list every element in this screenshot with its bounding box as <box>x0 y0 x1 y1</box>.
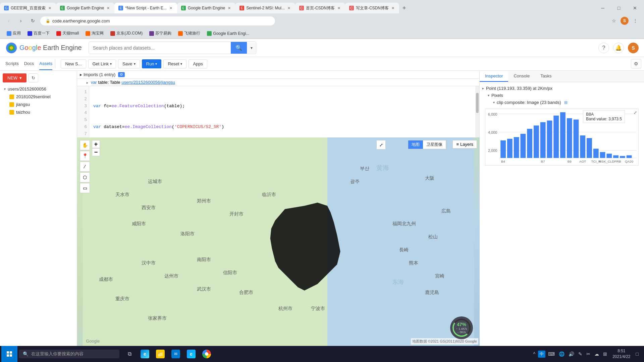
inspector-pixels-arrow[interactable]: ▾ <box>488 94 489 97</box>
notifications-button[interactable]: 🔔 <box>613 43 624 53</box>
network-download: ↓ 0K/s <box>457 330 466 334</box>
tree-item-jiangsu[interactable]: jiangsu <box>0 101 77 108</box>
bookmark-apps[interactable]: 应用 <box>4 30 23 37</box>
reset-button[interactable]: Reset ▾ <box>163 59 186 68</box>
taskbar-task-view[interactable]: ⧉ <box>122 347 137 361</box>
new-script-button[interactable]: New S... <box>61 59 86 68</box>
tab-csdn2[interactable]: C 写文章-CSDN博客 ✕ <box>345 3 399 13</box>
tray-notification-icon[interactable]: □ <box>635 350 640 358</box>
help-button[interactable]: ? <box>598 43 609 53</box>
back-button[interactable]: ‹ <box>4 16 13 25</box>
imports-toggle[interactable]: ▸ Imports (1 entry) ⚙ <box>80 72 125 77</box>
tab-inspector[interactable]: Inspector <box>480 71 508 82</box>
refresh-assets-button[interactable]: ↻ <box>29 73 38 82</box>
tab-close-new-script[interactable]: ✕ <box>169 6 173 10</box>
nav-assets[interactable]: Assets <box>39 58 52 70</box>
import-var-path-link[interactable]: users/20152600056/jiangsu <box>121 80 175 85</box>
start-button[interactable] <box>1 346 17 362</box>
layers-button[interactable]: ≡ Layers <box>452 140 477 148</box>
map-line-tool[interactable]: ∕ <box>80 162 90 172</box>
map-type-satellite[interactable]: 卫星图像 <box>423 140 446 149</box>
apps-button[interactable]: Apps <box>189 59 207 68</box>
tree-item-sentinel[interactable]: 20181029sentinel <box>0 93 77 101</box>
tray-cloud-icon[interactable]: ☁ <box>593 350 600 358</box>
taskbar-explorer[interactable]: 📁 <box>153 347 168 361</box>
bookmark-baidu[interactable]: 百度一下 <box>25 30 52 37</box>
tray-grid-icon[interactable]: ⊞ <box>602 350 608 358</box>
nav-scripts[interactable]: Scripts <box>5 58 19 70</box>
tab-close-csdn1[interactable]: ✕ <box>337 6 341 10</box>
inspector-clip-arrow[interactable]: ▾ <box>493 101 495 104</box>
bookmark-fliggy[interactable]: 飞猪旅行 <box>175 30 203 37</box>
url-bar[interactable]: 🔒 code.earthengine.google.com <box>40 16 275 25</box>
tray-edit-icon[interactable]: ✎ <box>577 350 584 358</box>
map-pin-tool[interactable]: 📍 <box>80 151 90 161</box>
save-button[interactable]: Save ▾ <box>118 59 140 68</box>
maximize-button[interactable]: □ <box>611 3 627 13</box>
tab-sentinel[interactable]: E Sentinel-2 MSI: Mul... ✕ <box>235 3 295 13</box>
tree-user-root[interactable]: ▾ users/20152600056 <box>0 85 77 93</box>
fullscreen-button[interactable]: ⤢ <box>376 140 386 149</box>
tab-console[interactable]: Console <box>508 71 535 82</box>
inspector-expand-icon[interactable]: ⊞ <box>564 100 568 105</box>
nav-docs[interactable]: Docs <box>24 58 34 70</box>
bookmark-suning[interactable]: 苏宁易购 <box>147 30 174 37</box>
taskbar-chrome[interactable] <box>199 347 214 361</box>
search-button[interactable]: 🔍 <box>231 42 247 54</box>
forward-button[interactable]: › <box>16 16 25 25</box>
tab-csdn1[interactable]: C 首页-CSDN博客 ✕ <box>295 3 345 13</box>
map-polygon-tool[interactable]: ⬡ <box>80 172 90 182</box>
bookmark-jd[interactable]: 京东(JD.COM) <box>108 30 145 37</box>
tray-clock[interactable]: 8:51 2021/4/22 <box>610 348 633 360</box>
imports-configure-btn[interactable]: ⚙ <box>118 72 125 77</box>
tab-close-gee-baidu[interactable]: ✕ <box>48 6 52 10</box>
tab-close-csdn2[interactable]: ✕ <box>391 6 395 10</box>
tray-ime-icon[interactable]: 中 <box>538 351 545 358</box>
tray-keyboard-icon[interactable]: ⌨ <box>547 350 556 358</box>
profile-icon-button[interactable]: S <box>620 16 629 25</box>
search-input[interactable] <box>89 43 231 53</box>
run-button[interactable]: Run ▾ <box>142 59 162 68</box>
tree-item-taizhou[interactable]: taizhou <box>0 108 77 116</box>
tab-tasks[interactable]: Tasks <box>535 71 557 82</box>
tray-network-icon[interactable]: 🌐 <box>557 350 566 358</box>
bookmark-star-button[interactable]: ☆ <box>609 16 619 25</box>
get-link-button[interactable]: Get Link ▾ <box>88 59 116 68</box>
close-button[interactable]: ✕ <box>627 3 643 13</box>
taskbar-outlook[interactable]: ✉ <box>168 347 183 361</box>
new-tab-button[interactable]: + <box>399 3 409 13</box>
map-rect-tool[interactable]: ▭ <box>80 183 90 193</box>
taskbar-edge[interactable]: e <box>138 347 152 361</box>
new-asset-button[interactable]: NEW ▾ <box>3 73 26 82</box>
reload-button[interactable]: ↻ <box>28 16 38 25</box>
tab-new-script[interactable]: E *New Script - Earth E... ✕ <box>114 3 177 13</box>
tab-gee-main[interactable]: E Google Earth Engine ✕ <box>56 3 114 13</box>
tab-close-sentinel[interactable]: ✕ <box>287 6 291 10</box>
tab-close-gee-main[interactable]: ✕ <box>106 6 110 10</box>
inspector-point-row: ▸ Point (119.193, 33.359) at 2Km/px <box>482 85 641 92</box>
zoom-in-button[interactable]: + <box>92 140 100 148</box>
tray-chevron-icon[interactable]: ^ <box>532 350 537 358</box>
bookmark-tmall[interactable]: 天猫tmall <box>54 30 82 37</box>
search-dropdown[interactable]: ▾ <box>247 43 256 53</box>
tab-gee2[interactable]: E Google Earth Engine ✕ <box>177 3 235 13</box>
browser-menu-button[interactable]: ⋮ <box>631 16 640 25</box>
toolbar-nav: Scripts Docs Assets <box>0 57 52 70</box>
tray-sound-icon[interactable]: 🔊 <box>567 350 576 358</box>
tab-gee-baidu[interactable]: G GEE官网_百度搜索 ✕ <box>0 3 56 13</box>
inspector-point-arrow[interactable]: ▸ <box>482 86 484 90</box>
taskbar-edge2[interactable]: e <box>184 347 199 361</box>
tab-close-gee2[interactable]: ✕ <box>227 6 231 10</box>
bookmark-gee[interactable]: Google Earth Engi... <box>204 31 252 37</box>
tray-cut-icon[interactable]: ✂ <box>585 350 592 358</box>
map-hand-tool[interactable]: ✋ <box>80 140 90 150</box>
user-avatar[interactable]: S <box>628 43 639 53</box>
settings-gear-button[interactable]: ⚙ <box>631 59 641 68</box>
zoom-out-button[interactable]: − <box>92 148 100 156</box>
bookmark-taobao[interactable]: 淘宝网 <box>83 30 106 37</box>
minimize-button[interactable]: ─ <box>595 3 610 13</box>
taskbar-search[interactable]: 🔍 在这里输入你要搜索的内容 <box>19 350 119 358</box>
chart-expand-button[interactable]: ⤢ <box>634 110 637 115</box>
search-bar[interactable]: 🔍 ▾ <box>89 42 256 54</box>
map-type-map[interactable]: 地图 <box>408 140 423 149</box>
